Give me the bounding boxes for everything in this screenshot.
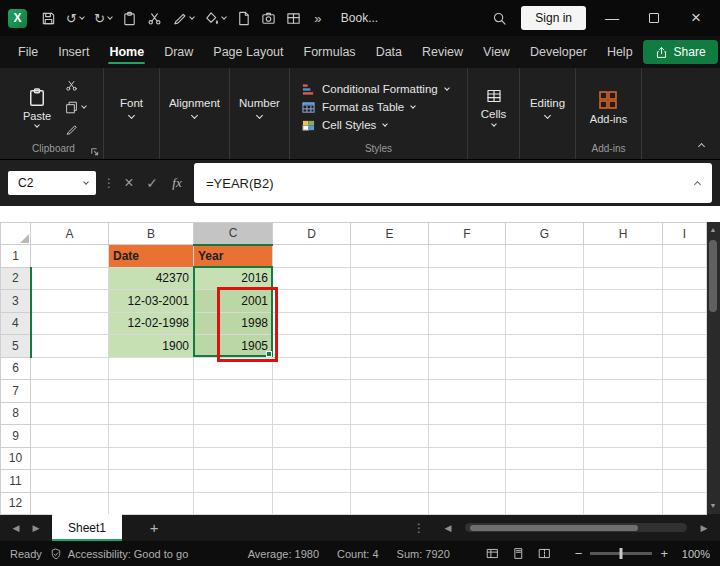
cell[interactable] [429, 425, 506, 448]
maximize-button[interactable] [638, 3, 670, 33]
paste-quick-button[interactable] [118, 5, 141, 31]
cell[interactable] [194, 425, 273, 448]
cell[interactable] [663, 380, 707, 403]
cell[interactable] [351, 425, 429, 448]
cell[interactable] [31, 290, 109, 313]
horizontal-scroll-track[interactable] [465, 523, 687, 532]
cell-c5[interactable]: 1905 [194, 335, 273, 358]
column-header-f[interactable]: F [429, 223, 506, 245]
number-dropdown[interactable]: Number [239, 97, 280, 118]
cell[interactable] [584, 402, 663, 425]
cell[interactable] [31, 447, 109, 470]
cell[interactable] [31, 312, 109, 335]
column-header-a[interactable]: A [31, 223, 109, 245]
cell[interactable] [273, 380, 351, 403]
column-header-b[interactable]: B [109, 223, 194, 245]
cell[interactable] [273, 267, 351, 290]
cell[interactable] [584, 492, 663, 515]
cell[interactable] [273, 245, 351, 268]
cell[interactable] [506, 447, 584, 470]
select-all-corner[interactable] [1, 223, 31, 245]
cell[interactable] [663, 357, 707, 380]
cell[interactable] [506, 357, 584, 380]
cell[interactable] [351, 447, 429, 470]
cell[interactable] [351, 357, 429, 380]
cell[interactable] [584, 380, 663, 403]
cell[interactable] [194, 470, 273, 493]
cut-quick-button[interactable] [143, 5, 166, 31]
cell[interactable] [506, 402, 584, 425]
column-header-g[interactable]: G [506, 223, 584, 245]
cell[interactable] [584, 335, 663, 358]
cell[interactable] [584, 290, 663, 313]
row-header[interactable]: 11 [1, 470, 31, 493]
new-document-button[interactable] [232, 5, 255, 31]
cell[interactable] [506, 380, 584, 403]
cell[interactable] [31, 402, 109, 425]
collapse-formula-bar-icon[interactable] [694, 181, 701, 188]
sheet-options-icon[interactable]: ⋮ [413, 521, 425, 535]
horizontal-scrollbar[interactable]: ⋮ ◀ ▶ [413, 521, 714, 535]
zoom-slider-thumb[interactable] [620, 548, 623, 559]
cell[interactable] [506, 312, 584, 335]
cell[interactable] [31, 335, 109, 358]
cell-b3[interactable]: 12-03-2001 [109, 290, 194, 313]
row-header[interactable]: 4 [1, 312, 31, 335]
cell[interactable] [663, 492, 707, 515]
collapse-ribbon-button[interactable] [698, 143, 705, 150]
more-commands-button[interactable]: » [307, 5, 329, 31]
cell-b5[interactable]: 1900 [109, 335, 194, 358]
cell-c3[interactable]: 2001 [194, 290, 273, 313]
tab-draw[interactable]: Draw [154, 36, 203, 68]
cell-c2-active[interactable]: 2016 [194, 267, 273, 290]
column-header-c[interactable]: C [194, 223, 273, 245]
scroll-right-button[interactable]: ▶ [694, 523, 714, 533]
row-header[interactable]: 9 [1, 425, 31, 448]
cell[interactable] [351, 267, 429, 290]
cell[interactable] [109, 425, 194, 448]
cell-b4[interactable]: 12-02-1998 [109, 312, 194, 335]
formula-bar-drag-handle[interactable]: ⋮ [103, 176, 114, 190]
row-header[interactable]: 3 [1, 290, 31, 313]
cell[interactable] [109, 470, 194, 493]
cell[interactable] [663, 290, 707, 313]
cell[interactable] [584, 312, 663, 335]
cell[interactable] [429, 402, 506, 425]
font-dropdown[interactable]: Font [120, 97, 143, 118]
cell[interactable] [584, 447, 663, 470]
cell[interactable] [429, 290, 506, 313]
cell[interactable] [429, 470, 506, 493]
fill-color-quick-button[interactable] [200, 5, 230, 31]
share-button[interactable]: Share [643, 40, 718, 64]
prev-sheet-button[interactable]: ◀ [6, 523, 26, 533]
column-header-i[interactable]: I [663, 223, 707, 245]
horizontal-scroll-thumb[interactable] [470, 525, 638, 531]
page-break-view-icon[interactable] [538, 547, 551, 560]
cell[interactable] [506, 290, 584, 313]
vertical-scroll-thumb[interactable] [709, 240, 717, 312]
workbook-title[interactable]: Book... [341, 11, 378, 25]
insert-function-button[interactable]: fx [167, 175, 187, 191]
sheet-tab-sheet1[interactable]: Sheet1 [52, 514, 122, 541]
tab-help[interactable]: Help [597, 36, 643, 68]
search-button[interactable] [488, 5, 511, 31]
cell[interactable] [31, 245, 109, 268]
redo-button[interactable]: ↻ [90, 5, 116, 31]
cell[interactable] [584, 245, 663, 268]
tab-developer[interactable]: Developer [520, 36, 597, 68]
enter-formula-button[interactable]: ✓ [144, 175, 160, 191]
row-header[interactable]: 10 [1, 447, 31, 470]
tab-file[interactable]: File [8, 36, 48, 68]
cell[interactable] [584, 425, 663, 448]
cancel-formula-button[interactable]: × [121, 174, 137, 192]
tab-formulas[interactable]: Formulas [294, 36, 366, 68]
cell[interactable] [351, 312, 429, 335]
vertical-scrollbar[interactable]: ▲ ▼ [706, 222, 720, 514]
row-header[interactable]: 8 [1, 402, 31, 425]
minimize-button[interactable]: — [596, 3, 628, 33]
tab-insert[interactable]: Insert [48, 36, 99, 68]
cell[interactable] [429, 335, 506, 358]
format-painter-quick-button[interactable] [168, 5, 198, 31]
cell[interactable] [429, 380, 506, 403]
cell[interactable] [429, 245, 506, 268]
